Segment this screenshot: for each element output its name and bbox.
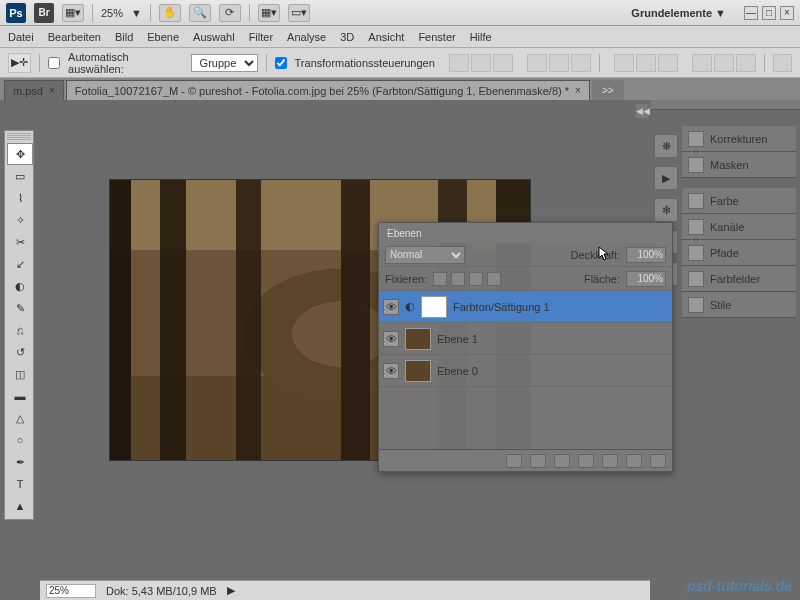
workspace-selector[interactable]: Grundelemente bbox=[631, 7, 712, 19]
align-vcenter-icon[interactable] bbox=[471, 54, 491, 72]
menu-3d[interactable]: 3D bbox=[340, 31, 354, 43]
toolbox-grip[interactable] bbox=[7, 133, 31, 141]
clone-stamp-tool[interactable]: ⎌ bbox=[7, 319, 33, 341]
layer-style-icon[interactable] bbox=[530, 454, 546, 468]
auto-select-dropdown[interactable]: Gruppe bbox=[191, 54, 258, 72]
tab-close-icon[interactable]: × bbox=[49, 85, 55, 96]
distribute-vcenter-icon[interactable] bbox=[636, 54, 656, 72]
eyedropper-tool[interactable]: ↙ bbox=[7, 253, 33, 275]
lasso-tool[interactable]: ⌇ bbox=[7, 187, 33, 209]
distribute-left-icon[interactable] bbox=[692, 54, 712, 72]
crop-tool[interactable]: ✂ bbox=[7, 231, 33, 253]
opacity-input[interactable] bbox=[626, 247, 666, 263]
move-tool[interactable]: ✥ bbox=[7, 143, 33, 165]
visibility-toggle-icon[interactable]: 👁 bbox=[383, 331, 399, 347]
layer-mask-icon[interactable] bbox=[554, 454, 570, 468]
auto-select-checkbox[interactable] bbox=[48, 57, 60, 69]
lock-position-icon[interactable] bbox=[469, 272, 483, 286]
distribute-hcenter-icon[interactable] bbox=[714, 54, 734, 72]
layer-row[interactable]: 👁 Ebene 0 bbox=[379, 355, 672, 387]
tab-close-icon[interactable]: × bbox=[575, 85, 581, 96]
layer-name[interactable]: Ebene 0 bbox=[437, 365, 668, 377]
panel-stile[interactable]: Stile bbox=[682, 292, 796, 318]
panel-collapse-icon[interactable]: ◀◀ bbox=[636, 104, 648, 118]
dock-icon-actions[interactable]: ▶ bbox=[654, 166, 678, 190]
lock-all-icon[interactable] bbox=[487, 272, 501, 286]
status-flyout-icon[interactable]: ▶ bbox=[227, 584, 235, 597]
layer-name[interactable]: Ebene 1 bbox=[437, 333, 668, 345]
menu-hilfe[interactable]: Hilfe bbox=[470, 31, 492, 43]
align-left-icon[interactable] bbox=[527, 54, 547, 72]
layer-row[interactable]: 👁 Ebene 1 bbox=[379, 323, 672, 355]
dock-icon-brushes[interactable]: ✻ bbox=[654, 198, 678, 222]
zoom-tool-icon[interactable]: 🔍 bbox=[189, 4, 211, 22]
transform-controls-checkbox[interactable] bbox=[275, 57, 287, 69]
align-bottom-icon[interactable] bbox=[493, 54, 513, 72]
maximize-button[interactable]: □ bbox=[762, 6, 776, 20]
menu-bearbeiten[interactable]: Bearbeiten bbox=[48, 31, 101, 43]
tab-overflow-button[interactable]: >> bbox=[592, 80, 624, 100]
layer-row[interactable]: 👁 ◐ Farbton/Sättigung 1 bbox=[379, 291, 672, 323]
lock-pixels-icon[interactable] bbox=[451, 272, 465, 286]
rotate-view-icon[interactable]: ⟳ bbox=[219, 4, 241, 22]
distribute-top-icon[interactable] bbox=[614, 54, 634, 72]
pen-tool[interactable]: ✒ bbox=[7, 451, 33, 473]
menu-filter[interactable]: Filter bbox=[249, 31, 273, 43]
screen-mode-icon[interactable]: ▭▾ bbox=[288, 4, 310, 22]
fill-input[interactable] bbox=[626, 271, 666, 287]
close-button[interactable]: × bbox=[780, 6, 794, 20]
blend-mode-select[interactable]: Normal bbox=[385, 246, 465, 264]
new-adjustment-icon[interactable] bbox=[578, 454, 594, 468]
new-layer-icon[interactable] bbox=[626, 454, 642, 468]
auto-align-icon[interactable] bbox=[773, 54, 792, 72]
layers-panel[interactable]: Ebenen Normal Deckkraft: Fixieren: Fläch… bbox=[378, 222, 673, 472]
menu-bild[interactable]: Bild bbox=[115, 31, 133, 43]
panel-kanaele[interactable]: Kanäle bbox=[682, 214, 796, 240]
eraser-tool[interactable]: ◫ bbox=[7, 363, 33, 385]
layer-name[interactable]: Farbton/Sättigung 1 bbox=[453, 301, 668, 313]
align-top-icon[interactable] bbox=[449, 54, 469, 72]
path-select-tool[interactable]: ▲ bbox=[7, 495, 33, 517]
visibility-toggle-icon[interactable]: 👁 bbox=[383, 363, 399, 379]
align-right-icon[interactable] bbox=[571, 54, 591, 72]
panel-farbe[interactable]: Farbe bbox=[682, 188, 796, 214]
lock-transparency-icon[interactable] bbox=[433, 272, 447, 286]
arrange-docs-icon[interactable]: ▦▾ bbox=[258, 4, 280, 22]
menu-auswahl[interactable]: Auswahl bbox=[193, 31, 235, 43]
menu-fenster[interactable]: Fenster bbox=[418, 31, 455, 43]
panel-masken[interactable]: Masken bbox=[682, 152, 796, 178]
distribute-bottom-icon[interactable] bbox=[658, 54, 678, 72]
healing-brush-tool[interactable]: ◐ bbox=[7, 275, 33, 297]
layer-thumb[interactable] bbox=[405, 328, 431, 350]
zoom-level[interactable]: 25% bbox=[101, 7, 123, 19]
delete-layer-icon[interactable] bbox=[650, 454, 666, 468]
document-tab-1[interactable]: Fotolia_10072167_M - © pureshot - Fotoli… bbox=[66, 80, 590, 100]
dock-icon-history[interactable]: ❋ bbox=[654, 134, 678, 158]
link-layers-icon[interactable] bbox=[506, 454, 522, 468]
dock-grip[interactable] bbox=[650, 100, 800, 110]
type-tool[interactable]: T bbox=[7, 473, 33, 495]
panel-farbfelder[interactable]: Farbfelder bbox=[682, 266, 796, 292]
move-tool-preset-icon[interactable]: ▶✛ bbox=[8, 53, 31, 73]
panel-korrekturen[interactable]: Korrekturen bbox=[682, 126, 796, 152]
align-hcenter-icon[interactable] bbox=[549, 54, 569, 72]
bridge-logo[interactable]: Br bbox=[34, 3, 54, 23]
panel-pfade[interactable]: Pfade bbox=[682, 240, 796, 266]
blur-tool[interactable]: △ bbox=[7, 407, 33, 429]
minimize-button[interactable]: — bbox=[744, 6, 758, 20]
document-tab-0[interactable]: m.psd× bbox=[4, 80, 64, 100]
history-brush-tool[interactable]: ↺ bbox=[7, 341, 33, 363]
gradient-tool[interactable]: ▬ bbox=[7, 385, 33, 407]
dodge-tool[interactable]: ○ bbox=[7, 429, 33, 451]
marquee-tool[interactable]: ▭ bbox=[7, 165, 33, 187]
distribute-right-icon[interactable] bbox=[736, 54, 756, 72]
menu-ebene[interactable]: Ebene bbox=[147, 31, 179, 43]
layers-panel-title[interactable]: Ebenen bbox=[379, 223, 672, 243]
menu-ansicht[interactable]: Ansicht bbox=[368, 31, 404, 43]
layer-thumb[interactable] bbox=[405, 360, 431, 382]
zoom-input[interactable] bbox=[46, 584, 96, 598]
layer-mask-thumb[interactable] bbox=[421, 296, 447, 318]
menu-analyse[interactable]: Analyse bbox=[287, 31, 326, 43]
quick-select-tool[interactable]: ✧ bbox=[7, 209, 33, 231]
hand-tool-icon[interactable]: ✋ bbox=[159, 4, 181, 22]
